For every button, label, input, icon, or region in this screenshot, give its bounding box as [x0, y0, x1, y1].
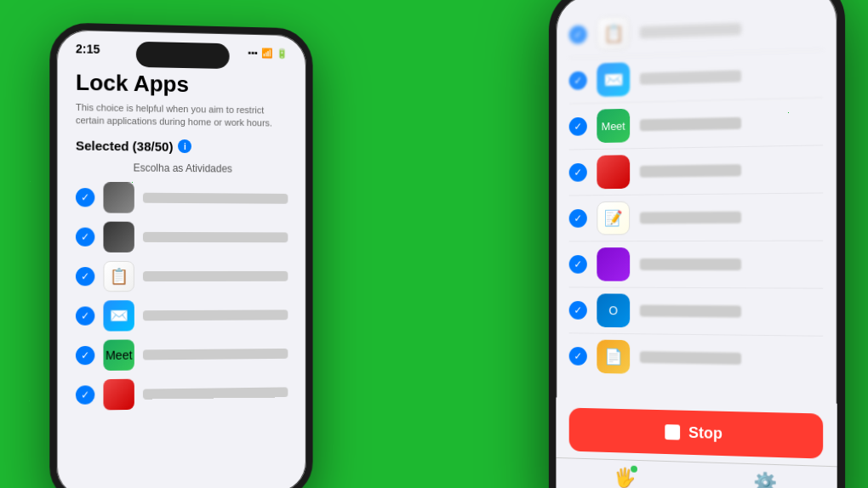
page-description: This choice is helpful when you aim to r…: [76, 101, 288, 131]
check-icon: ✓: [76, 306, 94, 325]
check-icon: ✓: [76, 267, 94, 286]
app-name: [640, 212, 741, 224]
page-title: Lock Apps: [76, 70, 288, 100]
right-phone: ✓ 📋 ✓ ✉️ ✓ Meet ✓: [549, 0, 845, 488]
app-icon: Meet: [597, 109, 630, 143]
app-icon: [597, 155, 630, 189]
signal-icon: ▪▪▪: [248, 48, 259, 58]
lock-apps-icon-wrap: 🖐️: [613, 467, 635, 488]
app-name: [143, 349, 288, 360]
check-icon: ✓: [569, 301, 587, 320]
check-icon: ✓: [569, 209, 587, 228]
wifi-icon: 📶: [261, 48, 273, 59]
list-item[interactable]: ✓ 📝: [569, 193, 823, 241]
app-name: [143, 271, 288, 281]
app-name: [640, 351, 741, 365]
app-name: [640, 258, 741, 270]
selected-count: Selected (38/50) i: [76, 138, 288, 155]
list-item[interactable]: ✓ O: [569, 287, 823, 336]
app-icon: Meet: [103, 339, 134, 371]
list-item[interactable]: ✓ 📋: [569, 3, 823, 59]
app-name: [640, 117, 741, 131]
list-item[interactable]: ✓ 📋: [76, 259, 288, 293]
check-icon: ✓: [569, 117, 587, 136]
list-item[interactable]: ✓ ✉️: [569, 50, 823, 104]
tab-settings[interactable]: ⚙️ Settings: [694, 469, 837, 488]
app-name: [143, 232, 288, 242]
app-icon: 📝: [597, 201, 630, 235]
list-item[interactable]: ✓ 📄: [569, 333, 823, 383]
app-list-right: ✓ 📋 ✓ ✉️ ✓ Meet ✓: [556, 0, 837, 404]
check-icon: ✓: [76, 385, 94, 405]
list-item[interactable]: ✓ Meet: [569, 98, 823, 150]
settings-icon: ⚙️: [753, 471, 776, 488]
right-screen-content: ✓ 📋 ✓ ✉️ ✓ Meet ✓: [556, 0, 837, 488]
check-icon: ✓: [569, 71, 587, 90]
stop-button-container: Stop: [556, 397, 837, 466]
app-name: [640, 305, 741, 318]
list-item[interactable]: ✓: [76, 375, 288, 411]
app-icon: O: [597, 293, 630, 327]
app-icon: 📄: [597, 340, 630, 374]
app-name: [640, 70, 741, 84]
check-icon: ✓: [76, 227, 94, 246]
list-item[interactable]: ✓ ✉️: [76, 298, 288, 332]
app-icon: [103, 221, 134, 252]
app-icon: [103, 182, 134, 213]
app-icon: ✉️: [597, 62, 630, 97]
list-item[interactable]: ✓: [76, 219, 288, 254]
stop-button[interactable]: Stop: [569, 408, 823, 459]
app-icon: 📋: [103, 261, 134, 292]
status-icons-left: ▪▪▪ 📶 🔋: [248, 47, 288, 59]
battery-icon: 🔋: [277, 48, 288, 59]
check-icon: ✓: [569, 255, 587, 274]
list-item[interactable]: ✓: [569, 241, 823, 289]
list-item[interactable]: ✓ Meet: [76, 337, 288, 372]
left-phone: 2:15 ▪▪▪ 📶 🔋 Lock Apps This choice is he…: [49, 22, 312, 488]
stop-icon: [665, 424, 680, 440]
app-list-left: ✓ ✓ ✓ 📋 ✓ ✉️: [76, 180, 288, 412]
check-icon: ✓: [569, 163, 587, 182]
list-item[interactable]: ✓: [569, 145, 823, 196]
stop-label: Stop: [688, 423, 722, 442]
app-icon: [597, 247, 630, 281]
app-icon: 📋: [597, 16, 630, 51]
tab-lock-apps[interactable]: 🖐️ Lock Apps: [556, 465, 694, 488]
check-icon: ✓: [76, 346, 94, 365]
check-icon: ✓: [76, 188, 94, 207]
time-left: 2:15: [76, 42, 100, 56]
section-label: Escolha as Atividades: [76, 161, 288, 174]
app-icon: [103, 378, 134, 410]
check-icon: ✓: [569, 26, 587, 44]
list-item[interactable]: ✓: [76, 180, 288, 216]
app-name: [143, 309, 288, 321]
tab-active-dot: [631, 466, 637, 473]
left-screen-content: Lock Apps This choice is helpful when yo…: [56, 55, 306, 412]
check-icon: ✓: [569, 347, 587, 366]
info-icon[interactable]: i: [178, 139, 191, 153]
app-name: [640, 23, 741, 38]
app-icon: ✉️: [103, 300, 134, 331]
app-name: [143, 387, 288, 399]
app-name: [143, 192, 288, 203]
dynamic-island-left: [136, 42, 230, 69]
app-name: [640, 164, 741, 178]
